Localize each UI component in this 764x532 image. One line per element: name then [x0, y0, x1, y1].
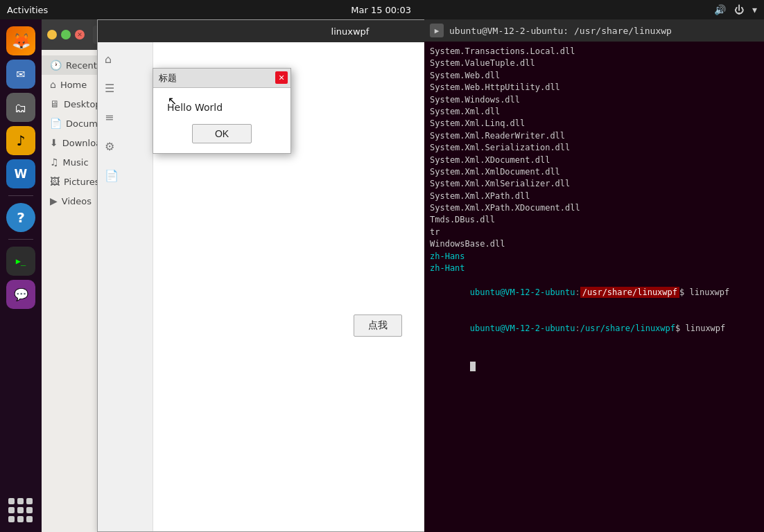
terminal-line: System.Xml.XmlDocument.dll	[430, 166, 758, 178]
documents-icon: 📄	[50, 118, 62, 129]
wpf-side-item2[interactable]: ≡	[98, 103, 153, 131]
terminal-prompt-cmd: $ linuxwpf	[679, 287, 729, 297]
dock-separator-2	[8, 239, 33, 240]
wpf-left-panel: ⌂ ☰ ≡ ⚙ 📄	[98, 42, 153, 531]
terminal-prompt-path: /usr/share/linuxwpf	[580, 287, 679, 298]
terminal-line: System.Xml.XmlSerializer.dll	[430, 178, 758, 190]
wpf-grid-icon: ☰	[105, 82, 114, 95]
terminal-titlebar: ▶ ubuntu@VM-12-2-ubuntu: /usr/share/linu…	[424, 19, 764, 42]
menu-icon[interactable]: ▾	[752, 4, 757, 15]
app-grid-button[interactable]	[6, 496, 35, 525]
dialog-title-label: 标题	[159, 72, 177, 85]
terminal-line: tr	[430, 227, 758, 238]
wpf-side-item4[interactable]: 📄	[98, 161, 153, 189]
terminal-line: WindowsBase.dll	[430, 238, 758, 250]
wpf-side-item3[interactable]: ⚙	[98, 132, 153, 160]
terminal-line: Tmds.DBus.dll	[430, 214, 758, 226]
terminal-line-cyan: zh-Hans	[430, 251, 758, 263]
desktop-icon: 🖥	[50, 98, 60, 109]
recent-icon: 🕐	[50, 60, 62, 71]
terminal-prompt-colon: :	[575, 287, 580, 297]
terminal-line: System.Xml.XPath.dll	[430, 190, 758, 202]
dock-icon-files[interactable]: 🗂	[6, 93, 35, 122]
terminal-prompt-line2: ubuntu@VM-12-2-ubuntu:/usr/share/linuxwp…	[430, 311, 758, 347]
dock-separator	[8, 195, 33, 196]
wpf-list-icon: ≡	[105, 111, 114, 124]
wpf-title-label: linuxwpf	[331, 26, 370, 37]
dialog-box: 标题 ✕ Hello World OK	[153, 68, 291, 154]
terminal-path2: /usr/share/linuxwpf	[580, 323, 675, 333]
terminal-line: System.ValueTuple.dll	[430, 57, 758, 69]
dock-icon-mail[interactable]: ✉	[6, 60, 35, 89]
datetime-label: Mar 15 00:03	[351, 5, 411, 15]
sound-icon[interactable]: 🔊	[714, 4, 726, 15]
terminal-line-cyan: zh-Hant	[430, 263, 758, 274]
top-bar-right: 🔊 ⏻ ▾	[714, 4, 757, 15]
nautilus-close-btn[interactable]: ✕	[75, 30, 85, 39]
wpf-side-item1[interactable]: ☰	[98, 74, 153, 102]
nautilus-minimize-btn[interactable]	[47, 30, 57, 39]
dialog-body: Hello World OK	[153, 88, 290, 153]
terminal-line: System.Windows.dll	[430, 94, 758, 106]
dock-icon-firefox[interactable]: 🦊	[6, 26, 35, 55]
terminal-line: System.Web.dll	[430, 70, 758, 82]
activities-label[interactable]: Activities	[7, 5, 48, 15]
terminal-line: System.Xml.dll	[430, 106, 758, 118]
terminal-title: ubuntu@VM-12-2-ubuntu: /usr/share/linuxw…	[449, 26, 672, 36]
terminal-content[interactable]: System.Transactions.Local.dll System.Val…	[424, 42, 764, 532]
terminal-line: System.Xml.Serialization.dll	[430, 142, 758, 154]
wpf-settings-icon: ⚙	[105, 140, 114, 153]
dock-icon-music[interactable]: ♪	[6, 126, 35, 155]
music-icon: ♫	[50, 157, 59, 168]
top-bar: Activities Mar 15 00:03 🔊 ⏻ ▾	[0, 0, 764, 19]
terminal-line: System.Xml.XDocument.dll	[430, 154, 758, 166]
terminal-line: System.Xml.Linq.dll	[430, 118, 758, 130]
terminal-line: System.Xml.XPath.XDocument.dll	[430, 202, 758, 214]
dialog-ok-button[interactable]: OK	[192, 124, 252, 143]
dialog-titlebar: 标题 ✕	[153, 69, 290, 88]
videos-icon: ▶	[50, 195, 58, 206]
dialog-close-btn[interactable]: ✕	[275, 71, 288, 84]
dialog-message: Hello World	[163, 102, 223, 113]
terminal-line: System.Xml.ReaderWriter.dll	[430, 130, 758, 142]
terminal-tab-icon: ▶	[430, 24, 444, 37]
terminal-cursor	[470, 362, 476, 371]
terminal-prompt-user: ubuntu@VM-12-2-ubuntu	[470, 287, 575, 297]
terminal-window: ▶ ubuntu@VM-12-2-ubuntu: /usr/share/linu…	[424, 19, 764, 532]
main-area: ✕ ‹ › ⌂ Home › wpf ▾ 🔍 ☰ ▾ ≡ — □ ✕	[42, 19, 764, 532]
terminal-line: System.Transactions.Local.dll	[430, 46, 758, 57]
terminal-cursor-line	[430, 347, 758, 383]
dock-icon-chat[interactable]: 💬	[6, 280, 35, 309]
terminal-line: System.Web.HttpUtility.dll	[430, 82, 758, 94]
dock-icon-writer[interactable]: W	[6, 159, 35, 188]
home-icon: ⌂	[50, 79, 56, 90]
terminal-prompt-user2: ubuntu@VM-12-2-ubuntu	[470, 323, 575, 333]
nautilus-maximize-btn[interactable]	[61, 30, 71, 39]
pictures-icon: 🖼	[50, 176, 60, 187]
wpf-home-icon: ⌂	[105, 53, 112, 66]
wpf-doc-icon: 📄	[105, 169, 119, 182]
dock-icon-help[interactable]: ?	[6, 203, 35, 232]
terminal-colon2: :	[575, 323, 580, 333]
click-me-button[interactable]: 点我	[354, 314, 402, 337]
terminal-prompt-line: ubuntu@VM-12-2-ubuntu:/usr/share/linuxwp…	[430, 274, 758, 310]
power-icon[interactable]: ⏻	[734, 4, 744, 15]
terminal-cmd2: $ linuxwpf	[675, 323, 725, 333]
dock: 🦊 ✉ 🗂 ♪ W ? ▶_ 💬	[0, 19, 42, 532]
wpf-side-home[interactable]: ⌂	[98, 45, 153, 73]
dock-icon-terminal[interactable]: ▶_	[6, 247, 35, 276]
downloads-icon: ⬇	[50, 137, 58, 148]
